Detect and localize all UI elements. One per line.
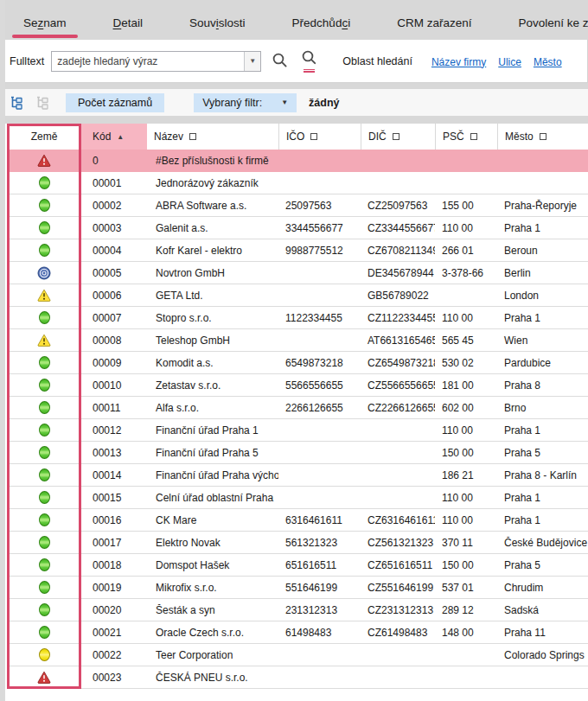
tab-povolen-ke-zpracov-r[interactable]: Povolení ke zpracovár — [495, 5, 588, 40]
column-header-label: DIČ — [368, 131, 387, 143]
cell-kod: 00006 — [81, 290, 147, 302]
cell-kod: 00023 — [81, 672, 147, 684]
tab-crm-za-azen[interactable]: CRM zařazení — [374, 5, 495, 40]
cell-mesto: Sadská — [497, 604, 588, 616]
cell-mesto: Chrudim — [497, 582, 588, 594]
tab-souvislosti[interactable]: Souvislosti — [166, 5, 269, 40]
combo-dropdown-button[interactable]: ▼ — [244, 52, 260, 71]
table-row[interactable]: 00006GETA Ltd.GB56789022London — [7, 284, 588, 307]
table-row[interactable]: 00014Finanční úřad Praha východ186 21Pra… — [7, 464, 588, 487]
search-highlight-button[interactable] — [297, 50, 320, 73]
green-ball-icon — [37, 244, 51, 258]
fulltext-combo: ▼ — [51, 51, 261, 72]
cell-mesto: Beroun — [497, 245, 588, 257]
column-header-ico[interactable]: IČO — [278, 124, 361, 150]
record-count-button[interactable]: Počet záznamů — [66, 93, 164, 112]
table-row[interactable]: 00002ABRA Software a.s.25097563CZ2509756… — [7, 194, 588, 217]
cell-kod: 00022 — [81, 649, 147, 661]
table-row[interactable]: 00021Oracle Czech s.r.o.61498483CZ614984… — [7, 621, 588, 644]
table-row[interactable]: 00015Celní úřad oblastní Praha110 00Prah… — [7, 487, 588, 509]
cell-kod: 00009 — [81, 357, 147, 369]
sort-box-icon — [310, 133, 317, 140]
cell-kod: 00017 — [81, 537, 147, 549]
cell-kod: 00013 — [81, 447, 147, 459]
table-row[interactable]: 00012Finanční úřad Praha 1110 00Praha 1 — [7, 419, 588, 442]
cell-mesto: Praha 8 - Karlín — [497, 469, 588, 481]
cell-psc: 110 00 — [435, 492, 497, 504]
search-scope-links: Název firmyUliceMěsto — [419, 54, 562, 69]
column-header-psc[interactable]: PSČ — [435, 124, 497, 150]
cell-psc: 3-378-66 — [435, 267, 497, 279]
sort-box-icon — [393, 133, 399, 140]
company-table: ZeměKód▲NázevIČODIČPSČMěsto 0#Bez příslu… — [7, 124, 588, 689]
cell-kod: 0 — [81, 155, 147, 167]
table-row[interactable]: 0#Bez příslušnosti k firmě — [7, 150, 588, 172]
column-header-label: Název — [154, 131, 183, 143]
search-underline-icon — [301, 50, 317, 67]
table-row[interactable]: 00017Elektro Novak561321323CZ56132132337… — [7, 532, 588, 554]
cell-dic: CZ2266126655 — [361, 402, 435, 414]
column-header-nazev[interactable]: Název — [147, 124, 278, 150]
cell-kod: 00003 — [81, 222, 147, 234]
search-button[interactable] — [268, 50, 291, 73]
cell-psc: 289 12 — [435, 604, 497, 616]
country-status-cell — [7, 244, 81, 258]
table-row[interactable]: 00003Galenit a.s.3344556677CZ33445566771… — [7, 217, 588, 239]
country-status-cell — [7, 176, 81, 190]
column-header-dic[interactable]: DIČ — [361, 124, 435, 150]
green-ball-icon — [37, 356, 51, 370]
country-status-cell — [7, 671, 81, 685]
cell-psc: 181 00 — [435, 379, 497, 392]
cell-dic: AT6613165465 — [361, 335, 435, 347]
sort-box-icon — [470, 133, 477, 140]
green-ball-icon — [37, 199, 51, 213]
table-row[interactable]: 00023ČESKÁ PNEU s.r.o. — [7, 666, 588, 689]
yellow-ball-icon — [37, 648, 51, 662]
table-row[interactable]: 00008Teleshop GmbHAT6613165465565 45Wien — [7, 329, 588, 352]
cell-dic: CZ6708211349 — [361, 245, 435, 257]
table-row[interactable]: 00019Mikrofix s.r.o.551646199CZ551646199… — [7, 577, 588, 599]
scope-link-n-zev-firmy[interactable]: Název firmy — [431, 56, 486, 68]
cell-mesto: Pardubice — [497, 357, 588, 369]
sort-box-icon — [189, 133, 196, 140]
cell-psc: 150 00 — [435, 559, 497, 571]
cell-dic: CZ6316461611 — [361, 514, 435, 526]
cell-mesto: Brno — [497, 402, 588, 414]
scope-link-m-sto[interactable]: Město — [534, 56, 562, 68]
table-row[interactable]: 00004Kofr Karel - elektro9988775512CZ670… — [7, 239, 588, 262]
table-row[interactable]: 00007Stopro s.r.o.1122334455CZ1122334455… — [7, 307, 588, 329]
table-row[interactable]: 00020Šesták a syn231312313CZ231312313289… — [7, 599, 588, 621]
column-header-kod[interactable]: Kód▲ — [81, 124, 147, 150]
table-row[interactable]: 00005Novtron GmbHDE3456789443-378-66Berl… — [7, 262, 588, 284]
tree-view-icon[interactable] — [7, 95, 24, 111]
cell-nazev: GETA Ltd. — [147, 290, 278, 302]
cell-mesto: Praha 5 — [497, 559, 588, 571]
table-row[interactable]: 00013Finanční úřad Praha 5150 00Praha 5 — [7, 442, 588, 464]
table-row[interactable]: 00001Jednorázový zákazník — [7, 172, 588, 194]
cell-psc: 186 21 — [435, 469, 497, 481]
table-row[interactable]: 00009Komodit a.s.6549873218CZ65498732185… — [7, 352, 588, 374]
search-input[interactable] — [52, 52, 244, 71]
selected-filter-dropdown[interactable]: Vybraný filtr: ▼ — [194, 93, 297, 112]
green-ball-icon — [37, 221, 51, 235]
table-row[interactable]: 00016CK Mare6316461611CZ6316461611110 00… — [7, 509, 588, 532]
table-row[interactable]: 00010Zetastav s.r.o.5566556655CZ55665566… — [7, 374, 588, 397]
tab-p-edch-dci[interactable]: Předchůdci — [269, 5, 374, 40]
table-row[interactable]: 00011Alfa s.r.o.2266126655CZ226612665560… — [7, 397, 588, 419]
table-row[interactable]: 00022Teer CorporationColorado Springs — [7, 644, 588, 666]
cell-nazev: Galenit a.s. — [147, 222, 278, 234]
cell-psc: 565 45 — [435, 335, 497, 347]
tab-detail[interactable]: Detail — [90, 5, 167, 40]
cell-nazev: Stopro s.r.o. — [147, 312, 278, 324]
table-row[interactable]: 00018Domspot Hašek651616511CZ65161651115… — [7, 554, 588, 577]
green-ball-icon — [37, 424, 51, 437]
search-icon — [272, 52, 288, 71]
tab-seznam[interactable]: Seznam — [0, 5, 90, 40]
cell-kod: 00005 — [81, 267, 147, 279]
cell-dic: CZ561321323 — [361, 537, 435, 549]
cell-dic: CZ551646199 — [361, 582, 435, 594]
scope-link-ulice[interactable]: Ulice — [498, 56, 521, 68]
column-header-zeme[interactable]: Země — [7, 124, 81, 150]
country-status-cell — [7, 266, 81, 280]
column-header-mesto[interactable]: Město — [497, 124, 588, 150]
